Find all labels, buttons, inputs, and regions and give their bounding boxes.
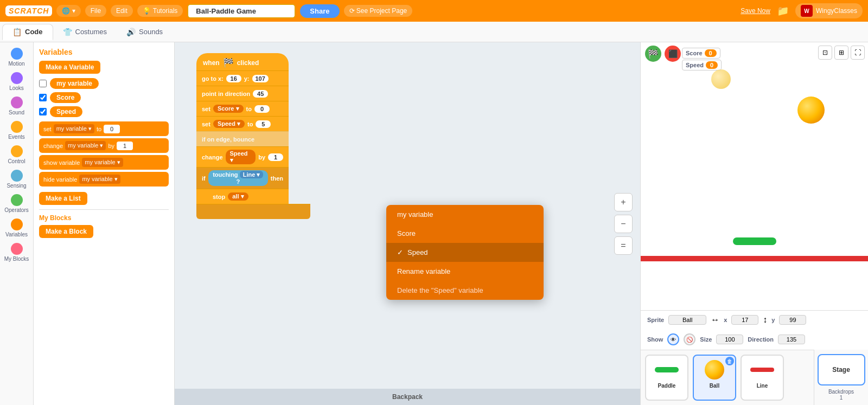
tab-costumes[interactable]: 👕 Costumes [53,24,117,40]
set-variable-block[interactable]: set my variable ▾ to 0 [39,121,169,136]
speed-dropdown[interactable]: Speed ▾ [213,120,245,128]
var-checkbox-speed[interactable] [39,108,47,115]
fit-button[interactable]: = [614,236,633,255]
fullscreen-button[interactable]: ⛶ [851,46,865,60]
touching-block[interactable]: touching Line ▾ ? [208,170,268,186]
bounce-block[interactable]: if on edge, bounce [196,131,289,146]
direction-val-input[interactable]: 45 [253,90,268,98]
category-dot-events [11,121,23,133]
arrow-icon: ↔ [711,315,719,325]
size-input[interactable] [716,335,743,344]
category-item-motion[interactable]: Motion [1,46,33,69]
change-speed-block[interactable]: change Speed ▾ by 1 [196,146,289,167]
var-checkbox-score[interactable] [39,94,47,101]
category-item-events[interactable]: Events [1,119,33,142]
sprites-section: Paddle 🗑 Ball Line [641,350,868,405]
change-var-dropdown[interactable]: my variable ▾ [65,141,106,150]
make-list-button[interactable]: Make a List [39,192,87,205]
sprite-card-line[interactable]: Line [741,355,784,401]
save-now-button[interactable]: Save Now [741,7,770,15]
globe-button[interactable]: 🌐 ▾ [56,5,80,17]
var-checkbox-myvariable[interactable] [39,80,47,87]
show-variable-block[interactable]: show variable my variable ▾ [39,155,169,170]
flag-icon: 🏁 [223,57,234,68]
score-dropdown[interactable]: Score ▾ [213,105,244,113]
block-categories: Motion Looks Sound Events Control Sensin… [0,42,34,405]
change-val-input[interactable]: 1 [117,142,133,150]
ctx-rename[interactable]: Rename variable [386,262,544,281]
set-speed-val[interactable]: 5 [256,120,271,128]
x-input[interactable] [731,315,758,325]
set-score-val[interactable]: 0 [254,105,270,113]
stop-button[interactable]: ⬛ [665,46,681,62]
set-var-dropdown[interactable]: my variable ▾ [54,124,94,133]
direction-input[interactable] [778,335,805,344]
set-speed-block[interactable]: set Speed ▾ to 5 [196,116,289,131]
goto-y-input[interactable]: 107 [252,75,269,82]
line-dropdown[interactable]: Line ▾ [240,171,264,178]
code-area[interactable]: when 🏁 clicked go to x: 16 y: 107 point … [175,42,640,405]
edit-menu-button[interactable]: Edit [111,5,133,17]
category-item-control[interactable]: Control [1,143,33,166]
updown-icon: ↕ [763,315,767,325]
stop-block[interactable]: stop all ▾ [196,189,289,204]
tab-code[interactable]: 📋 Code [2,24,53,40]
share-button[interactable]: Share [300,4,339,18]
ctx-delete[interactable]: Delete the "Speed" variable [386,281,544,300]
category-item-sound[interactable]: Sound [1,94,33,118]
show-var-dropdown[interactable]: my variable ▾ [82,158,123,167]
large-stage-button[interactable]: ⊞ [834,46,848,60]
goto-x-input[interactable]: 16 [226,75,241,82]
when-label: when [203,59,220,67]
stage-label-box[interactable]: Stage [818,354,865,385]
stop-dropdown[interactable]: all ▾ [228,192,248,201]
checkmark-icon: ✓ [397,248,403,256]
direction-block[interactable]: point in direction 45 [196,86,289,101]
set-score-block[interactable]: set Score ▾ to 0 [196,101,289,116]
ball-delete-button[interactable]: 🗑 [725,357,734,365]
change-speed-val[interactable]: 1 [268,153,283,161]
ctx-speed[interactable]: ✓ Speed [386,243,544,262]
hide-variable-block[interactable]: hide variable my variable ▾ [39,172,169,187]
ctx-myvariable[interactable]: my variable [386,205,544,224]
category-item-my_blocks[interactable]: My Blocks [1,241,33,264]
category-item-sensing[interactable]: Sensing [1,168,33,191]
change-speed-dropdown[interactable]: Speed ▾ [226,150,256,164]
stage-controls: ⊡ ⊞ ⛶ [818,46,865,60]
var-row-speed: Speed [39,106,169,117]
see-project-button[interactable]: ⟳ See Project Page [344,5,413,17]
if-block[interactable]: if touching Line ▾ ? then [196,167,289,189]
tab-sounds[interactable]: 🔊 Sounds [117,24,173,40]
sprite-card-ball[interactable]: 🗑 Ball [693,355,736,401]
change-variable-block[interactable]: change my variable ▾ by 1 [39,138,169,153]
zoom-in-button[interactable]: + [614,193,633,211]
var-pill-myvariable[interactable]: my variable [50,78,99,89]
small-stage-button[interactable]: ⊡ [818,46,832,60]
show-button[interactable]: 👁 [667,333,679,345]
hide-var-dropdown[interactable]: my variable ▾ [79,175,120,184]
sprite-name-input[interactable] [668,315,706,325]
green-flag-button[interactable]: 🏁 [645,46,661,62]
user-badge[interactable]: W WingyClasses [795,3,863,18]
var-pill-speed[interactable]: Speed [50,106,82,117]
zoom-out-button[interactable]: − [614,215,633,233]
make-block-button[interactable]: Make a Block [39,225,93,238]
tutorials-button[interactable]: 💡 Tutorials [137,5,183,17]
category-item-looks[interactable]: Looks [1,70,33,93]
folder-icon[interactable]: 📁 [777,5,789,17]
make-variable-button[interactable]: Make a Variable [39,61,100,74]
set-val-input[interactable]: 0 [104,125,120,133]
project-title-input[interactable] [187,4,296,18]
category-item-operators[interactable]: Operators [1,192,33,215]
goto-block[interactable]: go to x: 16 y: 107 [196,70,289,86]
y-input[interactable] [779,315,806,325]
hide-button[interactable]: 🚫 [684,333,695,345]
var-pill-score[interactable]: Score [50,92,81,103]
stage-area[interactable]: 🏁 ⬛ ⊡ ⊞ ⛶ Score 0 Speed 0 [641,42,868,310]
file-menu-button[interactable]: File [85,5,106,17]
ctx-score[interactable]: Score [386,224,544,243]
sprite-card-paddle[interactable]: Paddle [645,355,688,401]
category-item-variables[interactable]: Variables [1,216,33,240]
hat-block-when-clicked[interactable]: when 🏁 clicked [196,53,289,70]
backpack-bar[interactable]: Backpack [175,389,640,405]
